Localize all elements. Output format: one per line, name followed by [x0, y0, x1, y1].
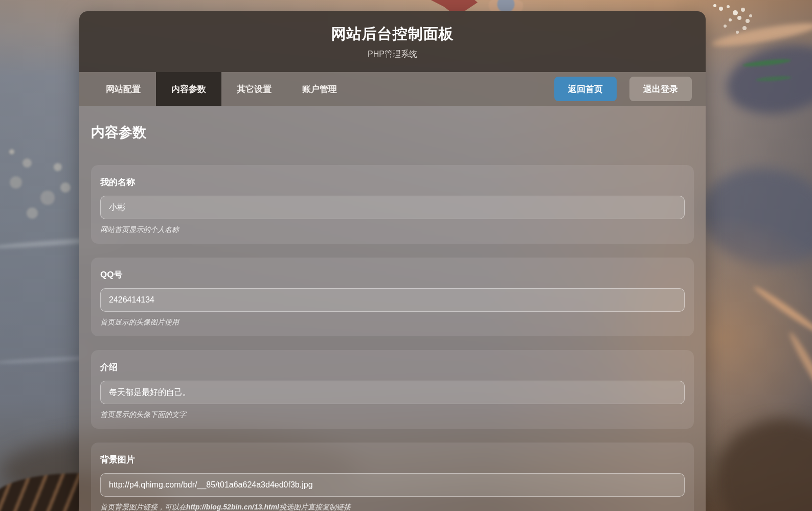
- field-hint: 首页显示的头像图片使用: [100, 318, 685, 327]
- foam-dots: [713, 4, 716, 7]
- tab-account-management[interactable]: 账户管理: [287, 72, 352, 106]
- tab-site-config[interactable]: 网站配置: [91, 72, 156, 106]
- tab-other-settings[interactable]: 其它设置: [221, 72, 287, 106]
- field-card-qq-number: QQ号 首页显示的头像图片使用: [91, 258, 694, 336]
- qq-number-input[interactable]: [100, 288, 685, 312]
- my-name-input[interactable]: [100, 196, 685, 219]
- section-divider: [91, 151, 694, 151]
- nav-spacer: [352, 72, 554, 106]
- logout-button[interactable]: 退出登录: [629, 77, 692, 101]
- field-label: 介绍: [100, 361, 685, 373]
- section-title: 内容参数: [91, 123, 694, 142]
- introduction-input[interactable]: [100, 381, 685, 404]
- panel-header: 网站后台控制面板 PHP管理系统: [79, 11, 706, 72]
- bokeh-lights: [9, 149, 14, 154]
- field-hint: 首页显示的头像下面的文字: [100, 410, 685, 420]
- nav-bar: 网站配置 内容参数 其它设置 账户管理 返回首页 退出登录: [79, 72, 706, 106]
- field-label: 背景图片: [100, 454, 685, 466]
- page-subtitle: PHP管理系统: [368, 49, 417, 60]
- field-card-my-name: 我的名称 网站首页显示的个人名称: [91, 165, 694, 244]
- field-label: QQ号: [100, 269, 685, 281]
- field-card-introduction: 介绍 首页显示的头像下面的文字: [91, 350, 694, 429]
- field-hint: 网站首页显示的个人名称: [100, 225, 685, 235]
- content-area: 内容参数 我的名称 网站首页显示的个人名称 QQ号 首页显示的头像图片使用 介绍…: [79, 106, 706, 511]
- hint-text: 首页背景图片链接，可以在: [100, 503, 186, 511]
- field-card-background-image: 背景图片 首页背景图片链接，可以在http://blog.52bin.cn/13…: [91, 443, 694, 511]
- hint-text: 挑选图片直接复制链接: [279, 503, 351, 511]
- home-button[interactable]: 返回首页: [554, 77, 617, 101]
- field-label: 我的名称: [100, 176, 685, 188]
- admin-panel: 网站后台控制面板 PHP管理系统 网站配置 内容参数 其它设置 账户管理 返回首…: [79, 11, 706, 511]
- hint-link-url: http://blog.52bin.cn/13.html: [186, 503, 279, 511]
- page-title: 网站后台控制面板: [331, 24, 454, 44]
- field-hint: 首页背景图片链接，可以在http://blog.52bin.cn/13.html…: [100, 503, 685, 511]
- tab-content-params[interactable]: 内容参数: [156, 72, 221, 106]
- background-image-url-input[interactable]: [100, 473, 685, 497]
